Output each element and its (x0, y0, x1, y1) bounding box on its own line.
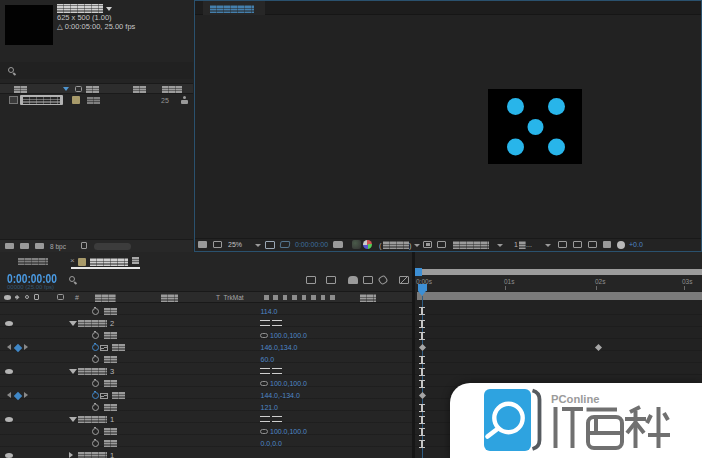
svg-text:PConline: PConline (551, 393, 599, 405)
